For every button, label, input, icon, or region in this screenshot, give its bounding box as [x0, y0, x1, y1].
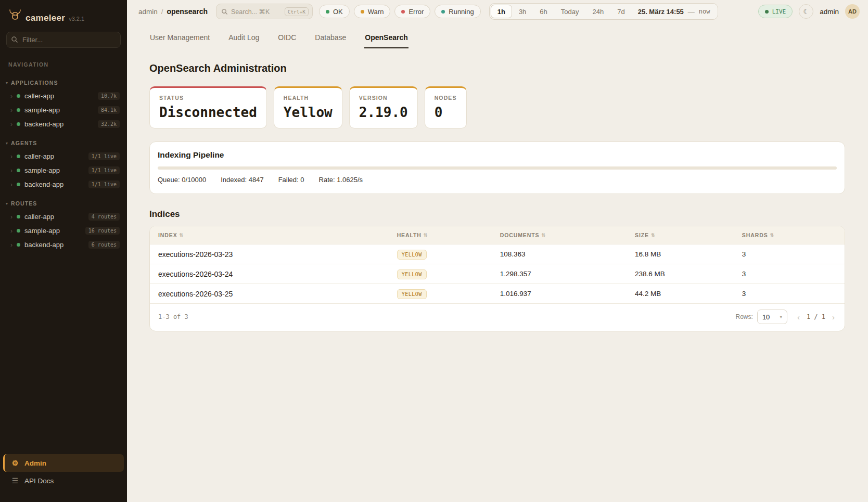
column-header-shards[interactable]: SHARDS ⇅ [742, 232, 836, 238]
chevron-right-icon: › [10, 213, 16, 221]
filter-input[interactable] [6, 32, 121, 48]
shards-cell: 3 [742, 290, 836, 298]
status-dot [17, 169, 20, 172]
breadcrumb-admin[interactable]: admin [138, 8, 158, 16]
stat-cards: STATUS Disconnected HEALTH Yellow VERSIO… [149, 86, 845, 128]
table-row[interactable]: executions-2026-03-23 YELLOW 108.363 16.… [150, 244, 845, 264]
table-row[interactable]: executions-2026-03-25 YELLOW 1.016.937 4… [150, 284, 845, 303]
health-cell: YELLOW [397, 269, 500, 279]
range-7d[interactable]: 7d [610, 5, 631, 18]
sidebar-item-label: backend-app [24, 120, 63, 128]
sidebar-item-label: backend-app [24, 241, 63, 249]
section-header-agents[interactable]: ▾ AGENTS [0, 137, 127, 149]
sort-icon: ⇅ [770, 233, 774, 238]
live-dot [765, 10, 769, 14]
global-search[interactable]: Search... ⌘K Ctrl+K [216, 4, 313, 19]
sidebar-item-api-docs[interactable]: ☰ API Docs [3, 472, 124, 490]
next-page-button[interactable]: › [831, 313, 836, 321]
sidebar-item-label: backend-app [24, 181, 63, 188]
pipeline-queue: Queue: 0/10000 [158, 176, 206, 184]
chip-running[interactable]: Running [435, 5, 480, 18]
health-badge: YELLOW [397, 289, 427, 299]
tab-oidc[interactable]: OIDC [277, 30, 297, 48]
table-footer: 1-3 of 3 Rows: 10 ▾ ‹ 1 / 1 › [150, 303, 845, 331]
date-text: 25. März 14:55 [638, 8, 684, 16]
sidebar-item-badge: 1/1 live [88, 166, 120, 174]
index-name: executions-2026-03-25 [158, 290, 397, 298]
sidebar: cameleer v3.2.1 NAVIGATION ▾ APPLICATION… [0, 0, 127, 502]
sidebar-item-label: caller-app [24, 213, 54, 221]
section-header-routes[interactable]: ▾ ROUTES [0, 198, 127, 210]
sidebar-section-applications: ▾ APPLICATIONS › caller-app 10.7k › samp… [0, 77, 127, 131]
sidebar-item-label: sample-app [24, 166, 60, 174]
rows-per-page-label: Rows: [736, 313, 753, 320]
sidebar-item-admin[interactable]: ⚙ Admin [3, 454, 124, 472]
sidebar-section-agents: ▾ AGENTS › caller-app 1/1 live › sample-… [0, 137, 127, 191]
sidebar-item-caller-app[interactable]: › caller-app 1/1 live [0, 149, 127, 163]
shards-cell: 3 [742, 250, 836, 258]
chip-label: OK [333, 8, 343, 16]
documents-cell: 108.363 [500, 250, 635, 258]
range-24h[interactable]: 24h [586, 5, 611, 18]
chevron-right-icon: › [10, 121, 16, 128]
column-label: INDEX [158, 232, 177, 238]
sidebar-item-backend-app[interactable]: › backend-app 32.2k [0, 117, 127, 131]
sidebar-item-caller-app[interactable]: › caller-app 4 routes [0, 210, 127, 224]
sort-icon: ⇅ [651, 233, 655, 238]
sidebar-item-sample-app[interactable]: › sample-app 16 routes [0, 224, 127, 238]
pipeline-progress-bar [158, 166, 837, 170]
range-6h[interactable]: 6h [533, 5, 554, 18]
health-cell: YELLOW [397, 249, 500, 260]
section-header-applications[interactable]: ▾ APPLICATIONS [0, 77, 127, 89]
caret-down-icon: ▾ [6, 81, 8, 85]
breadcrumb-separator: / [161, 8, 163, 16]
page-indicator: 1 / 1 [807, 313, 825, 320]
index-name: executions-2026-03-23 [158, 250, 397, 259]
tab-database[interactable]: Database [314, 30, 347, 48]
topbar-right: LIVE ☾ admin AD [758, 4, 860, 19]
pagination: ‹ 1 / 1 › [796, 313, 836, 321]
avatar[interactable]: AD [845, 4, 860, 19]
dark-mode-toggle[interactable]: ☾ [799, 4, 813, 19]
column-header-health[interactable]: HEALTH ⇅ [397, 232, 500, 238]
tab-opensearch[interactable]: OpenSearch [364, 30, 408, 48]
chevron-right-icon: › [10, 93, 16, 100]
column-header-size[interactable]: SIZE ⇅ [635, 232, 742, 238]
sort-icon: ⇅ [541, 233, 545, 238]
status-card: STATUS Disconnected [149, 86, 267, 128]
gear-icon: ⚙ [11, 459, 19, 467]
indices-table: INDEX ⇅ HEALTH ⇅ DOCUMENTS ⇅ SIZE ⇅ [149, 226, 845, 331]
pipeline-title: Indexing Pipeline [158, 150, 837, 160]
stat-label: VERSION [359, 95, 408, 101]
sidebar-item-badge: 10.7k [98, 92, 120, 100]
sidebar-item-backend-app[interactable]: › backend-app 6 routes [0, 238, 127, 252]
chevron-right-icon: › [10, 241, 16, 249]
warn-dot [361, 10, 364, 14]
tab-user-management[interactable]: User Management [149, 30, 210, 48]
indices-title: Indices [149, 209, 845, 220]
sidebar-item-backend-app[interactable]: › backend-app 1/1 live [0, 177, 127, 191]
sidebar-item-sample-app[interactable]: › sample-app 1/1 live [0, 163, 127, 177]
tab-audit-log[interactable]: Audit Log [228, 30, 260, 48]
rows-per-page-select[interactable]: 10 ▾ [757, 310, 787, 324]
sidebar-item-caller-app[interactable]: › caller-app 10.7k [0, 89, 127, 103]
range-today[interactable]: Today [554, 5, 586, 18]
chip-warn[interactable]: Warn [354, 5, 391, 18]
live-toggle-button[interactable]: LIVE [758, 5, 793, 18]
column-header-documents[interactable]: DOCUMENTS ⇅ [500, 232, 635, 238]
sidebar-item-sample-app[interactable]: › sample-app 84.1k [0, 103, 127, 117]
sidebar-footer: ⚙ Admin ☰ API Docs [0, 451, 127, 495]
previous-page-button[interactable]: ‹ [796, 313, 801, 321]
range-1h[interactable]: 1h [491, 5, 512, 18]
health-badge: YELLOW [397, 269, 427, 279]
chip-ok[interactable]: OK [319, 5, 350, 18]
status-dot [17, 183, 20, 186]
chip-error[interactable]: Error [394, 5, 430, 18]
cameleer-logo-icon [8, 8, 22, 23]
table-row[interactable]: executions-2026-03-24 YELLOW 1.298.357 2… [150, 264, 845, 284]
column-header-index[interactable]: INDEX ⇅ [158, 232, 397, 238]
brand-version: v3.2.1 [69, 16, 84, 22]
pipeline-stats: Queue: 0/10000 Indexed: 4847 Failed: 0 R… [158, 176, 837, 184]
range-3h[interactable]: 3h [512, 5, 533, 18]
sidebar-item-badge: 6 routes [88, 241, 120, 249]
